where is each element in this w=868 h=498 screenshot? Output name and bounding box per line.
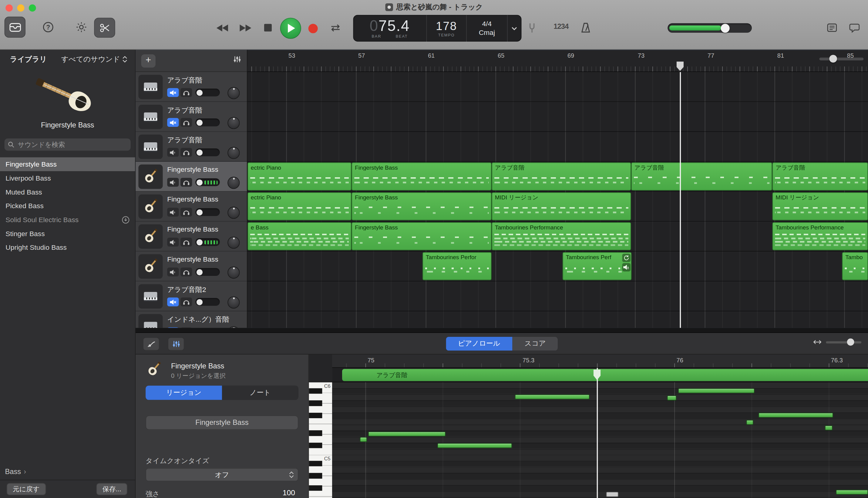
library-search[interactable] <box>4 139 131 150</box>
patch-name-button[interactable]: Fingerstyle Bass <box>146 416 298 430</box>
track-lanes[interactable]: ectric PianoFingerstyle Bassアラブ音階アラブ音階アラ… <box>247 72 868 328</box>
mute-button[interactable] <box>167 178 179 187</box>
region[interactable]: アラブ音階 <box>492 162 631 191</box>
add-track-button[interactable]: + <box>141 54 155 68</box>
pan-knob[interactable] <box>228 147 240 159</box>
mute-button[interactable] <box>167 238 179 246</box>
track-volume-slider[interactable] <box>195 89 220 96</box>
region[interactable]: ectric Piano <box>247 192 352 220</box>
track-lane[interactable] <box>247 281 868 311</box>
zoom-knob[interactable] <box>829 55 837 63</box>
midi-note[interactable] <box>437 443 512 448</box>
library-item[interactable]: Picked Bass <box>0 199 135 213</box>
pan-knob[interactable] <box>228 236 240 249</box>
track-volume-slider[interactable] <box>195 298 220 306</box>
library-item[interactable]: Liverpool Bass <box>0 171 135 185</box>
lcd-display[interactable]: 075.4 BARBEAT 178 TEMPO 4/4 Cmaj <box>353 15 521 42</box>
track-volume-slider[interactable] <box>195 148 220 156</box>
midi-note[interactable] <box>836 490 868 495</box>
solo-headphones-button[interactable] <box>180 148 192 157</box>
track-volume-slider[interactable] <box>195 179 220 186</box>
midi-note[interactable] <box>606 492 619 497</box>
solo-headphones-button[interactable] <box>180 88 192 97</box>
region[interactable]: アラブ音階 <box>772 162 868 191</box>
stop-button[interactable] <box>261 21 275 34</box>
track-header[interactable]: インドネ...グ）音階 <box>136 311 247 328</box>
forward-button[interactable] <box>238 21 252 34</box>
pan-knob[interactable] <box>228 207 240 219</box>
search-input[interactable] <box>17 140 127 149</box>
pan-knob[interactable] <box>228 266 240 279</box>
region[interactable]: Tambo <box>842 252 868 280</box>
playhead-line[interactable] <box>680 72 681 328</box>
region[interactable]: MIDI リージョン <box>492 192 631 220</box>
region[interactable]: Tambourines Performance <box>772 222 868 250</box>
pan-knob[interactable] <box>228 176 240 189</box>
editor-playhead-line[interactable] <box>597 368 598 498</box>
track-header[interactable]: Fingerstyle Bass <box>136 162 247 192</box>
volume-knob[interactable] <box>721 24 729 32</box>
track-lane[interactable] <box>247 102 868 132</box>
strength-value[interactable]: 100 <box>283 488 295 497</box>
panel-divider[interactable] <box>136 328 868 333</box>
region[interactable]: ectric Piano <box>247 162 352 191</box>
midi-note[interactable] <box>678 389 755 393</box>
track-volume-slider[interactable] <box>195 208 220 216</box>
mute-button[interactable] <box>167 298 179 306</box>
solo-headphones-button[interactable] <box>180 208 192 217</box>
region[interactable]: Fingerstyle Bass <box>352 222 492 250</box>
tab-region[interactable]: リージョン <box>146 385 222 400</box>
region[interactable]: Tambourines Performance <box>492 222 631 250</box>
lcd-key-section[interactable]: 4/4 Cmaj <box>466 15 507 42</box>
region[interactable]: e Bass <box>247 222 352 250</box>
tab-piano-roll[interactable]: ピアノロール <box>446 337 512 351</box>
mute-button[interactable] <box>167 148 179 157</box>
catch-playhead-button[interactable] <box>143 338 160 351</box>
editors-toggle-button[interactable] <box>94 17 115 38</box>
mute-button[interactable] <box>167 88 179 97</box>
save-button[interactable]: 保存... <box>96 483 127 495</box>
midi-controls-button[interactable] <box>168 338 185 351</box>
metronome-button[interactable] <box>579 20 592 36</box>
track-header[interactable]: Fingerstyle Bass <box>136 252 247 281</box>
region-loop-button[interactable] <box>622 254 630 262</box>
track-volume-slider[interactable] <box>195 119 220 127</box>
tuner-button[interactable] <box>526 20 538 36</box>
midi-note[interactable] <box>746 420 754 425</box>
region[interactable]: Fingerstyle Bass <box>352 162 492 191</box>
sound-filter-dropdown[interactable]: すべてのサウンド <box>61 54 127 64</box>
horizontal-zoom-slider[interactable] <box>819 54 864 63</box>
record-button[interactable] <box>308 23 318 34</box>
tab-score[interactable]: スコア <box>512 337 558 351</box>
track-volume-slider[interactable] <box>195 238 220 246</box>
lcd-position-section[interactable]: 075.4 BARBEAT <box>353 15 426 42</box>
track-lane[interactable] <box>247 252 868 281</box>
track-header[interactable]: Fingerstyle Bass <box>136 192 247 222</box>
track-header[interactable]: アラブ音階 <box>136 72 247 102</box>
piano-roll-grid[interactable] <box>332 382 868 498</box>
library-toggle-button[interactable] <box>4 17 26 38</box>
pan-knob[interactable] <box>228 297 240 309</box>
region[interactable]: アラブ音階 <box>631 162 772 191</box>
library-item[interactable]: Muted Bass <box>0 185 135 199</box>
region[interactable]: MIDI リージョン <box>772 192 868 220</box>
help-button[interactable]: ? <box>42 21 54 33</box>
play-button[interactable] <box>280 17 301 39</box>
region[interactable]: Tambourines Perf <box>562 252 632 280</box>
tab-note[interactable]: ノート <box>222 385 298 400</box>
midi-note[interactable] <box>368 432 446 436</box>
playhead-handle[interactable] <box>677 62 684 71</box>
smart-controls-button[interactable] <box>75 21 87 33</box>
region[interactable]: Fingerstyle Bass <box>352 192 492 220</box>
track-lane[interactable] <box>247 72 868 102</box>
editor-region-strip[interactable]: アラブ音階 <box>342 369 868 381</box>
region-volume-button[interactable] <box>622 263 630 271</box>
track-header-settings-button[interactable] <box>233 55 241 63</box>
track-header[interactable]: アラブ音階2 <box>136 281 247 311</box>
library-item[interactable]: Stinger Bass <box>0 227 135 241</box>
cycle-button[interactable] <box>328 21 343 34</box>
timeline-ruler[interactable]: 535761656973778185 <box>247 50 868 72</box>
solo-headphones-button[interactable] <box>180 178 192 187</box>
track-lane[interactable] <box>247 132 868 162</box>
track-volume-slider[interactable] <box>195 268 220 276</box>
